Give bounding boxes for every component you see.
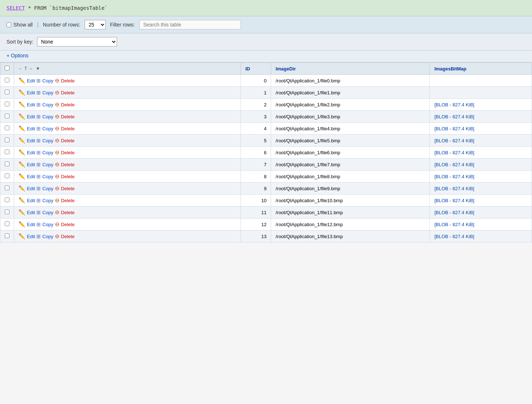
action-cell: ✏️ Edit ⊞ Copy ⊖ Delete [19, 221, 236, 228]
pencil-icon: ✏️ [19, 197, 25, 204]
copy-button[interactable]: Copy [42, 150, 53, 155]
delete-button[interactable]: Delete [61, 222, 75, 227]
copy-button[interactable]: Copy [42, 114, 53, 119]
row-checkbox[interactable] [5, 233, 9, 238]
table-row: ✏️ Edit ⊞ Copy ⊖ Delete 5/root/QtApplica… [0, 135, 532, 147]
pencil-icon: ✏️ [19, 209, 25, 216]
show-all-label[interactable]: Show all [7, 22, 33, 28]
row-checkbox[interactable] [5, 90, 9, 94]
action-cell: ✏️ Edit ⊞ Copy ⊖ Delete [19, 173, 236, 180]
sort-arrow[interactable]: ▼ [36, 66, 40, 71]
row-imagesbitmap: [BLOB - 827.4 KiB] [430, 195, 532, 207]
row-checkbox-cell [0, 207, 14, 219]
delete-button[interactable]: Delete [61, 162, 75, 167]
edit-button[interactable]: Edit [27, 198, 35, 203]
row-imagesbitmap: [BLOB - 827.4 KiB] [430, 123, 532, 135]
edit-button[interactable]: Edit [27, 222, 35, 227]
edit-button[interactable]: Edit [27, 102, 35, 107]
copy-button[interactable]: Copy [42, 222, 53, 227]
row-checkbox-cell [0, 171, 14, 183]
row-checkbox[interactable] [5, 150, 9, 154]
copy-button[interactable]: Copy [42, 198, 53, 203]
sort-select[interactable]: None [37, 37, 117, 46]
row-checkbox[interactable] [5, 185, 9, 190]
row-checkbox[interactable] [5, 221, 9, 226]
edit-button[interactable]: Edit [27, 150, 35, 155]
copy-button[interactable]: Copy [42, 234, 53, 239]
table-row: ✏️ Edit ⊞ Copy ⊖ Delete 9/root/QtApplica… [0, 183, 532, 195]
num-rows-select[interactable]: 25 50 100 250 500 [85, 20, 106, 29]
row-id: 11 [241, 207, 271, 219]
delete-button[interactable]: Delete [61, 138, 75, 143]
delete-icon: ⊖ [55, 197, 60, 204]
table-row: ✏️ Edit ⊞ Copy ⊖ Delete 8/root/QtApplica… [0, 171, 532, 183]
num-rows-label: Number of rows: [43, 22, 80, 28]
delete-button[interactable]: Delete [61, 198, 75, 203]
copy-button[interactable]: Copy [42, 186, 53, 191]
edit-button[interactable]: Edit [27, 114, 35, 119]
edit-button[interactable]: Edit [27, 162, 35, 167]
copy-button[interactable]: Copy [42, 174, 53, 179]
row-checkbox[interactable] [5, 102, 9, 106]
row-imagedir: /root/QtApplication_1/file5.bmp [271, 135, 430, 147]
show-all-checkbox[interactable] [7, 23, 11, 27]
edit-button[interactable]: Edit [27, 78, 35, 83]
row-checkbox[interactable] [5, 174, 9, 178]
table-row: ✏️ Edit ⊞ Copy ⊖ Delete 7/root/QtApplica… [0, 159, 532, 171]
copy-button[interactable]: Copy [42, 102, 53, 107]
row-imagedir: /root/QtApplication_1/file8.bmp [271, 171, 430, 183]
pencil-icon: ✏️ [19, 101, 25, 108]
edit-button[interactable]: Edit [27, 90, 35, 95]
row-checkbox[interactable] [5, 114, 9, 118]
row-checkbox[interactable] [5, 162, 9, 166]
delete-button[interactable]: Delete [61, 78, 75, 83]
delete-button[interactable]: Delete [61, 234, 75, 239]
delete-button[interactable]: Delete [61, 126, 75, 131]
delete-button[interactable]: Delete [61, 90, 75, 95]
row-checkbox[interactable] [5, 209, 9, 214]
options-link[interactable]: + Options [7, 53, 28, 58]
copy-button[interactable]: Copy [42, 78, 53, 83]
delete-button[interactable]: Delete [61, 102, 75, 107]
select-all-checkbox[interactable] [5, 66, 9, 70]
table-row: ✏️ Edit ⊞ Copy ⊖ Delete 2/root/QtApplica… [0, 99, 532, 111]
delete-icon: ⊖ [55, 221, 60, 228]
col-resize-actions: ← T → ▼ [19, 66, 236, 71]
row-imagedir: /root/QtApplication_1/file7.bmp [271, 159, 430, 171]
row-checkbox-cell [0, 147, 14, 159]
copy-icon: ⊞ [36, 197, 41, 203]
delete-button[interactable]: Delete [61, 150, 75, 155]
row-checkbox-cell [0, 123, 14, 135]
table-body: ✏️ Edit ⊞ Copy ⊖ Delete 0/root/QtApplica… [0, 75, 532, 242]
delete-button[interactable]: Delete [61, 186, 75, 191]
row-checkbox[interactable] [5, 197, 9, 202]
delete-button[interactable]: Delete [61, 114, 75, 119]
copy-button[interactable]: Copy [42, 90, 53, 95]
action-cell: ✏️ Edit ⊞ Copy ⊖ Delete [19, 137, 236, 144]
delete-icon: ⊖ [55, 233, 60, 240]
edit-button[interactable]: Edit [27, 138, 35, 143]
edit-button[interactable]: Edit [27, 234, 35, 239]
copy-button[interactable]: Copy [42, 162, 53, 167]
copy-button[interactable]: Copy [42, 138, 53, 143]
row-checkbox[interactable] [5, 138, 9, 142]
delete-button[interactable]: Delete [61, 210, 75, 215]
edit-button[interactable]: Edit [27, 210, 35, 215]
row-imagedir: /root/QtApplication_1/file2.bmp [271, 99, 430, 111]
row-checkbox[interactable] [5, 78, 9, 82]
delete-icon: ⊖ [55, 125, 60, 132]
edit-button[interactable]: Edit [27, 174, 35, 179]
row-imagesbitmap [430, 87, 532, 99]
copy-button[interactable]: Copy [42, 210, 53, 215]
edit-button[interactable]: Edit [27, 126, 35, 131]
row-checkbox[interactable] [5, 126, 9, 130]
copy-button[interactable]: Copy [42, 126, 53, 131]
row-imagedir: /root/QtApplication_1/file0.bmp [271, 75, 430, 87]
search-input[interactable] [139, 20, 241, 29]
copy-icon: ⊞ [36, 185, 41, 191]
row-id: 8 [241, 171, 271, 183]
delete-button[interactable]: Delete [61, 174, 75, 179]
pencil-icon: ✏️ [19, 89, 25, 96]
edit-button[interactable]: Edit [27, 186, 35, 191]
row-id: 1 [241, 87, 271, 99]
